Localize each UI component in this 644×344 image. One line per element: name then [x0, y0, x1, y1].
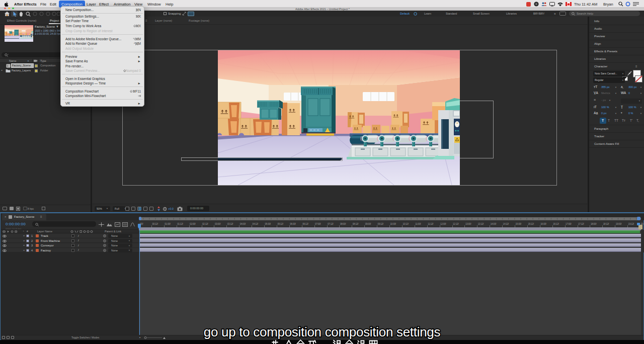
svg-text:go up to composition compositi: go up to composition composition setting…	[204, 324, 441, 339]
